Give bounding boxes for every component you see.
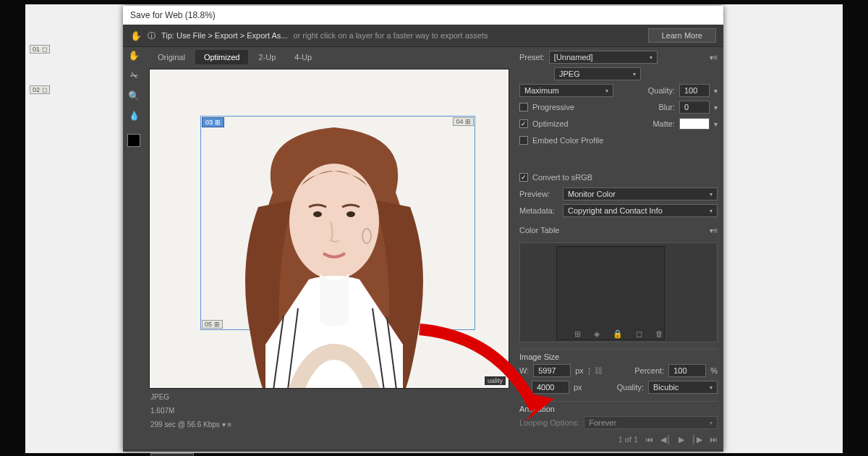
matte-swatch[interactable] [679, 118, 710, 130]
width-input[interactable]: 5997 [533, 364, 571, 377]
ct-icon-4[interactable]: ◻ [636, 329, 642, 339]
first-frame-icon: ⏮ [645, 435, 653, 444]
color-table: ⊞ ◈ 🔒 ◻ 🗑 [519, 242, 718, 342]
bg-slice-02: 02 ◻ [30, 85, 50, 94]
width-label: W: [519, 366, 529, 375]
last-frame-icon: ⏭ [710, 435, 718, 444]
progressive-checkbox[interactable] [519, 103, 528, 111]
image-size-header: Image Size [519, 349, 718, 361]
zoom-tool[interactable] [127, 89, 140, 102]
slice-select-tool[interactable] [127, 69, 140, 82]
svg-point-0 [289, 164, 379, 279]
convert-srgb-checkbox[interactable]: ✓ [519, 173, 528, 182]
hand-tool[interactable] [127, 48, 140, 62]
embed-profile-label: Embed Color Profile [532, 136, 603, 145]
progressive-label: Progressive [532, 103, 574, 111]
color-table-menu-icon[interactable]: ▾≡ [710, 227, 718, 235]
lock-icon[interactable]: 🔒 [613, 329, 623, 339]
info-icon [148, 30, 156, 41]
preview-profile-dropdown[interactable]: Monitor Color [563, 187, 718, 200]
tip-text-bold: Tip: Use File > Export > Export As... [161, 31, 287, 40]
preview-canvas[interactable]: 03 ⊞ 04 ⊞ 05 ⊞ [149, 69, 509, 389]
hand-icon-small [130, 30, 142, 41]
embed-profile-checkbox[interactable] [519, 136, 528, 145]
quality-label: Quality: [648, 86, 675, 95]
status-footer: ⊡ ▾ 18.8% R: -- G: -- B: -- Alpha: -- He… [123, 449, 723, 456]
resample-quality-label: Quality: [617, 383, 644, 392]
quality-input[interactable]: 100 [679, 84, 710, 97]
color-swatch[interactable] [127, 134, 140, 147]
preview-profile-label: Preview: [519, 190, 558, 198]
tab-original[interactable]: Original [149, 50, 194, 64]
play-icon: ▶ [678, 435, 684, 444]
tool-column [123, 47, 145, 449]
tip-text-rest: or right click on a layer for a faster w… [293, 31, 488, 40]
ct-icon-2[interactable]: ◈ [594, 329, 600, 339]
metadata-label: Metadata: [519, 206, 558, 215]
info-format: JPEG [145, 390, 514, 404]
color-table-label: Color Table [519, 226, 559, 235]
loop-label: Looping Options: [519, 418, 579, 427]
overlay-quality: uality [485, 376, 506, 385]
learn-more-button[interactable]: Learn More [648, 28, 716, 43]
preset-label: Preset: [519, 53, 545, 62]
preset-menu-icon[interactable]: ▾≡ [710, 54, 718, 62]
window-title: Save for Web (18.8%) [123, 6, 723, 25]
preset-dropdown[interactable]: [Unnamed] [549, 51, 658, 64]
svg-point-1 [313, 211, 322, 217]
frame-count: 1 of 1 [618, 435, 639, 444]
svg-point-2 [346, 211, 355, 217]
link-icon[interactable]: ⛓ [595, 366, 603, 375]
tab-2up[interactable]: 2-Up [250, 50, 284, 64]
view-tabs: Original Optimized 2-Up 4-Up [145, 47, 514, 67]
eyedropper-tool[interactable] [127, 109, 140, 122]
tab-optimized[interactable]: Optimized [195, 50, 249, 64]
blur-input[interactable]: 0 [679, 101, 710, 114]
settings-panel: Preset: [Unnamed] ▾≡ JPEG Maximum Qualit… [514, 47, 723, 449]
blur-label: Blur: [658, 103, 675, 111]
resample-quality-dropdown[interactable]: Bicubic [648, 381, 718, 394]
slice-label-04: 04 ⊞ [453, 117, 474, 126]
prev-frame-icon: ◀│ [660, 435, 671, 444]
animation-header: Animation [519, 401, 718, 413]
optimized-label: Optimized [532, 119, 569, 128]
convert-srgb-label: Convert to sRGB [532, 173, 592, 182]
preview-image [215, 106, 454, 389]
quality-preset-dropdown[interactable]: Maximum [519, 84, 613, 97]
percent-input[interactable]: 100 [668, 364, 706, 377]
next-frame-icon: │▶ [692, 435, 702, 444]
tab-4up[interactable]: 4-Up [286, 50, 320, 64]
tip-bar: Tip: Use File > Export > Export As... or… [123, 25, 723, 47]
ct-icon-1[interactable]: ⊞ [574, 329, 581, 339]
height-input[interactable]: 4000 [532, 381, 569, 394]
bg-slice-01: 01 ◻ [30, 45, 50, 54]
metadata-dropdown[interactable]: Copyright and Contact Info [563, 204, 718, 217]
optimized-checkbox[interactable]: ✓ [519, 119, 528, 128]
percent-label: Percent: [634, 366, 664, 375]
info-size: 1.607M [145, 404, 514, 418]
trash-icon[interactable]: 🗑 [655, 329, 663, 339]
format-dropdown[interactable]: JPEG [554, 67, 641, 80]
zoom-dropdown[interactable]: 18.8% [150, 453, 194, 456]
height-label: H: [519, 383, 527, 392]
matte-label: Matte: [652, 119, 675, 128]
loop-dropdown: Forever [584, 416, 718, 429]
save-for-web-dialog: Save for Web (18.8%) Tip: Use File > Exp… [123, 6, 723, 452]
info-time: 299 sec @ 56.6 Kbps ▾ ≡ [145, 418, 514, 431]
